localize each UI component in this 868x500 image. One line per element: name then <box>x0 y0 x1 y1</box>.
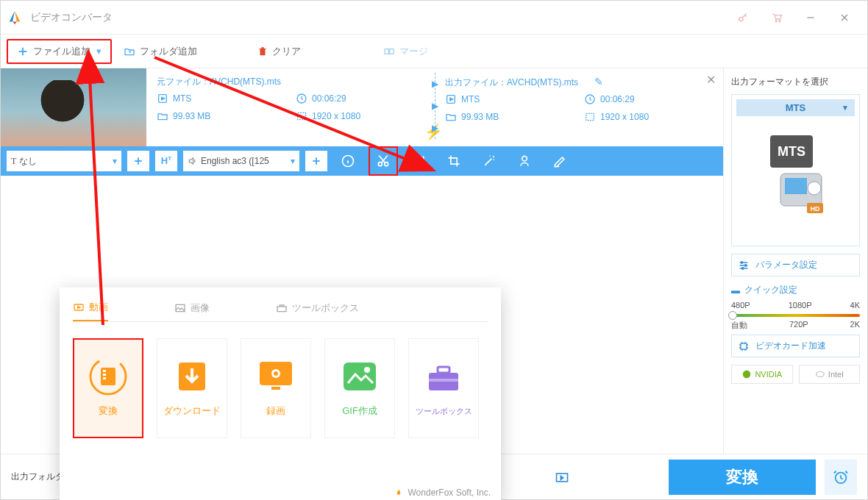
rename-button[interactable]: ✎ <box>594 76 603 88</box>
image-tab-icon <box>174 302 186 314</box>
file-item: 元ファイル：AVCHD(MTS).mts MTS 00:06:29 99.93 … <box>1 68 723 146</box>
titlebar: ビデオコンバータ <box>1 1 867 35</box>
rotate-button[interactable] <box>404 146 433 176</box>
tab-toolbox[interactable]: ツールボックス <box>276 301 359 321</box>
card-record[interactable]: 録画 <box>241 338 311 438</box>
svg-rect-39 <box>103 370 106 372</box>
source-file-label: 元ファイル： <box>157 76 210 87</box>
clear-button[interactable]: クリア <box>249 40 310 63</box>
svg-rect-40 <box>103 374 106 376</box>
video-tab-icon <box>73 301 85 313</box>
card-toolbox[interactable]: ツールボックス <box>408 338 479 438</box>
source-resolution: 1920 x 1080 <box>296 110 424 122</box>
svg-text:MTS: MTS <box>778 144 805 159</box>
output-duration: 00:06:29 <box>584 93 713 105</box>
scheduler-button[interactable] <box>823 460 857 495</box>
subtitle-dropdown[interactable]: T なし ▾ <box>7 151 121 171</box>
output-format: MTS <box>445 93 574 105</box>
gif-icon <box>341 360 379 393</box>
card-download[interactable]: ダウンロード <box>157 338 227 438</box>
quality-slider[interactable]: 480P 1080P 4K 自動 720P 2K <box>731 301 860 330</box>
app-title: ビデオコンバータ <box>30 11 113 24</box>
svg-rect-11 <box>298 113 306 119</box>
merge-label: マージ <box>399 45 428 58</box>
intel-button[interactable]: Intel <box>799 365 861 384</box>
param-settings-button[interactable]: パラメータ設定 <box>731 254 860 276</box>
key-icon[interactable] <box>726 1 760 35</box>
merge-button[interactable]: マージ <box>374 40 437 63</box>
cart-icon[interactable] <box>760 1 794 35</box>
svg-rect-51 <box>429 379 458 382</box>
svg-rect-7 <box>390 49 394 54</box>
format-card[interactable]: MTS▼ MTS HD <box>731 94 860 246</box>
crop-button[interactable] <box>439 146 469 176</box>
svg-point-48 <box>364 367 370 373</box>
folder-options-button[interactable] <box>551 467 573 488</box>
svg-point-32 <box>817 372 825 377</box>
merge-icon <box>383 46 395 57</box>
svg-marker-34 <box>78 307 80 309</box>
gpu-accel-label: ビデオカード加速 <box>755 340 826 352</box>
format-artwork: MTS HD <box>755 131 836 226</box>
source-size: 99.93 MB <box>157 110 285 122</box>
output-resolution: 1920 x 1080 <box>584 111 713 123</box>
output-panel: 出力フォーマットを選択 MTS▼ MTS HD パ <box>723 68 867 454</box>
add-audio-button[interactable] <box>305 151 327 171</box>
svg-marker-13 <box>450 98 453 101</box>
app-logo-icon <box>7 10 23 26</box>
svg-rect-36 <box>277 307 286 312</box>
svg-point-45 <box>274 371 278 376</box>
output-file-label: 出力ファイル： <box>445 77 507 88</box>
quick-settings-title: ▬クイック設定 <box>731 284 860 296</box>
sliders-icon <box>738 260 750 271</box>
edit-bar: T なし ▾ HT English ac3 ([125 ▾ <box>1 146 723 176</box>
svg-point-24 <box>808 182 821 195</box>
add-folder-label: フォルダ追加 <box>140 45 197 58</box>
svg-point-28 <box>744 264 747 266</box>
watermark-button[interactable] <box>510 146 539 176</box>
audio-track-dropdown[interactable]: English ac3 ([125 ▾ <box>183 151 299 171</box>
info-button[interactable] <box>333 146 363 176</box>
svg-rect-50 <box>438 367 449 373</box>
convert-button[interactable]: 変換 <box>669 460 816 495</box>
subtitle-value: なし <box>19 155 37 168</box>
nvidia-button[interactable]: NVIDIA <box>731 365 793 384</box>
dropdown-arrow-icon: ▼ <box>842 104 849 112</box>
svg-point-19 <box>522 156 527 161</box>
minimize-button[interactable] <box>794 1 828 35</box>
add-file-button[interactable]: ファイル追加 ▾ <box>7 39 112 64</box>
effects-button[interactable] <box>474 146 504 176</box>
edit-all-button[interactable] <box>545 146 574 176</box>
cut-button[interactable] <box>369 146 398 176</box>
svg-point-0 <box>739 17 743 21</box>
video-thumbnail[interactable] <box>1 68 146 146</box>
add-file-label: ファイル追加 <box>33 45 90 58</box>
download-icon <box>174 358 210 395</box>
add-subtitle-button[interactable] <box>127 151 149 171</box>
gpu-accel-button[interactable]: ビデオカード加速 <box>731 335 860 357</box>
folder-plus-icon <box>124 46 135 57</box>
svg-rect-46 <box>271 387 280 390</box>
svg-rect-41 <box>103 377 106 379</box>
svg-rect-23 <box>785 178 807 194</box>
svg-rect-30 <box>741 343 747 349</box>
source-file-name: AVCHD(MTS).mts <box>210 76 281 87</box>
card-gif[interactable]: GIF作成 <box>324 338 395 438</box>
remove-file-button[interactable]: ✕ <box>706 73 716 87</box>
convert-icon <box>88 356 129 397</box>
tab-image[interactable]: 画像 <box>174 301 210 321</box>
card-convert[interactable]: 変換 <box>73 338 143 438</box>
hardcode-subtitle-button[interactable]: HT <box>155 151 177 171</box>
toolbox-tab-icon <box>276 302 288 314</box>
plus-icon <box>17 46 29 57</box>
svg-point-2 <box>779 20 780 21</box>
svg-marker-9 <box>162 97 165 100</box>
close-button[interactable] <box>828 1 861 35</box>
param-settings-label: パラメータ設定 <box>755 259 817 271</box>
add-folder-button[interactable]: フォルダ追加 <box>115 40 206 63</box>
panel-footer: WonderFox Soft, Inc. <box>394 488 491 498</box>
tab-video[interactable]: 動画 <box>73 301 108 321</box>
nvidia-icon <box>741 369 752 379</box>
svg-point-31 <box>743 371 751 379</box>
output-file-name: AVCHD(MTS).mts <box>507 77 578 88</box>
